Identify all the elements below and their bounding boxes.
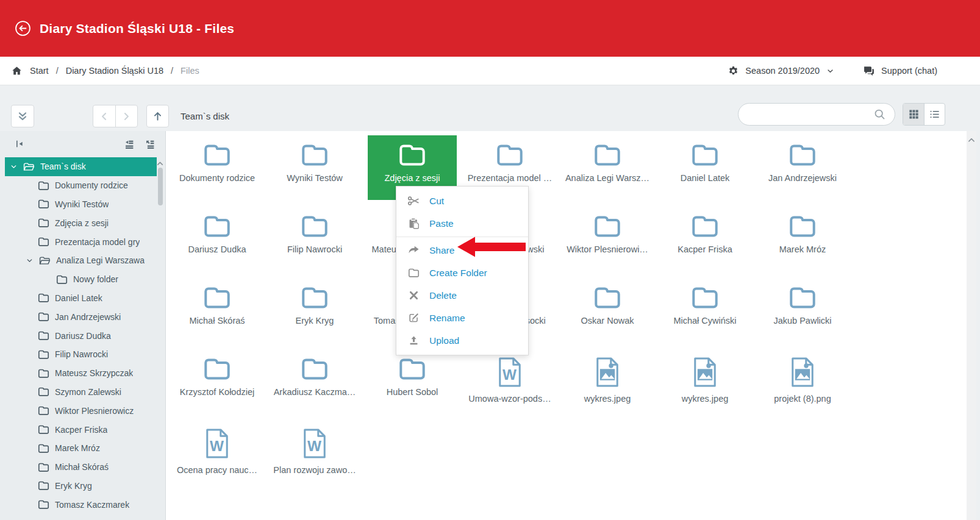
- folder-jan-andrzejewski[interactable]: Jan Andrzejewski: [758, 135, 847, 200]
- tree-item-szymon-zalewski[interactable]: Szymon Zalewski: [0, 383, 157, 402]
- menu-item-paste[interactable]: Paste: [396, 212, 528, 235]
- file-plan-rozwoju-zawo[interactable]: WPlan rozwoju zawo…: [270, 421, 359, 485]
- file-wykres-jpeg[interactable]: wykres.jpeg: [660, 349, 749, 414]
- folder-analiza-legi-warsz[interactable]: Analiza Legi Warsz…: [563, 135, 652, 200]
- word-doc-icon: W: [204, 428, 230, 459]
- tree-item-wyniki-testów[interactable]: Wyniki Testów: [0, 195, 157, 214]
- tree-expander-chevron-down-icon[interactable]: [26, 257, 34, 265]
- folder-icon: [203, 214, 231, 238]
- folder-michał-skóraś[interactable]: Michał Skóraś: [173, 278, 262, 343]
- search-input[interactable]: [748, 109, 873, 120]
- word-doc-icon: W: [302, 428, 327, 459]
- grid-view-icon: [908, 109, 920, 120]
- tree-item-analiza-legi-warszawa[interactable]: Analiza Legi Warszawa: [0, 251, 157, 270]
- folder-krzysztof-kołodziej[interactable]: Krzysztof Kołodziej: [173, 349, 262, 414]
- folder-hubert-sobol[interactable]: Hubert Sobol: [368, 349, 457, 414]
- back-icon[interactable]: [15, 20, 31, 37]
- menu-item-rename[interactable]: Rename: [396, 307, 528, 329]
- list-view-button[interactable]: [924, 104, 945, 125]
- back-nav-button[interactable]: [93, 105, 115, 127]
- tree-item-label: Michał Skóraś: [55, 462, 109, 472]
- file-ocena-pracy-nauc[interactable]: WOcena pracy nauc…: [173, 421, 262, 485]
- tree-item-daniel-latek[interactable]: Daniel Latek: [0, 289, 157, 308]
- collapse-all-icon[interactable]: [124, 139, 135, 150]
- file-umowa-wzor-pods[interactable]: WUmowa-wzor-pods…: [465, 349, 554, 414]
- main-scroll-up-icon[interactable]: [967, 136, 976, 144]
- folder-icon: [691, 143, 719, 167]
- file-projekt-8-png[interactable]: projekt (8).png: [758, 349, 847, 414]
- menu-item-upload[interactable]: Upload: [396, 329, 528, 352]
- file-wykres-jpeg[interactable]: wykres.jpeg: [563, 349, 652, 414]
- collapse-sidebar-icon[interactable]: [15, 139, 24, 149]
- folder-icon: [38, 480, 49, 491]
- tree-item-michał-skóraś[interactable]: Michał Skóraś: [0, 458, 157, 477]
- menu-item-cut[interactable]: Cut: [396, 190, 528, 212]
- tree-item-nowy-folder[interactable]: Nowy folder: [0, 270, 157, 289]
- expand-toolbar-button[interactable]: [11, 105, 34, 127]
- tree-item-kacper-friska[interactable]: Kacper Friska: [0, 420, 157, 439]
- tree-item-dariusz-dudka[interactable]: Dariusz Dudka: [0, 326, 157, 345]
- tree-item-wiktor-plesnierowicz[interactable]: Wiktor Plesnierowicz: [0, 401, 157, 420]
- folder-eryk-kryg[interactable]: Eryk Kryg: [270, 278, 359, 343]
- folder-filip-nawrocki[interactable]: Filip Nawrocki: [270, 207, 359, 271]
- menu-item-share[interactable]: Share: [396, 239, 528, 262]
- folder-michał-cywiński[interactable]: Michał Cywiński: [660, 278, 749, 343]
- folder-dariusz-dudka[interactable]: Dariusz Dudka: [173, 207, 262, 271]
- folder-dokumenty-rodzice[interactable]: Dokumenty rodzice: [173, 135, 262, 200]
- menu-item-label: Create Folder: [429, 268, 487, 279]
- breadcrumb-item-diary-stadion-śląski-u18[interactable]: Diary Stadion Śląski U18: [66, 66, 163, 76]
- tree-item-mateusz-skrzypczak[interactable]: Mateusz Skrzypczak: [0, 364, 157, 383]
- sidebar-scrollbar-thumb[interactable]: [158, 168, 163, 205]
- folder-icon: [301, 285, 329, 310]
- sidebar-scroll-up-icon[interactable]: [156, 160, 164, 168]
- tree-item-prezentacja-model-gry[interactable]: Prezentacja model gry: [0, 232, 157, 251]
- tree-header: [0, 131, 165, 157]
- folder-daniel-latek[interactable]: Daniel Latek: [660, 135, 749, 200]
- tree-item-dokumenty-rodzice[interactable]: Dokumenty rodzice: [0, 176, 157, 195]
- folder-kacper-friska[interactable]: Kacper Friska: [660, 207, 749, 271]
- folder-jakub-pawlicki[interactable]: Jakub Pawlicki: [758, 278, 847, 343]
- search-icon[interactable]: [873, 108, 886, 121]
- file-label: Jakub Pawlicki: [773, 316, 831, 326]
- up-folder-button[interactable]: [146, 105, 169, 127]
- main-scrollbar[interactable]: [967, 131, 976, 520]
- topbar-right: Season 2019/2020 Support (chat): [728, 65, 937, 77]
- tree-item-label: Eryk Kryg: [55, 481, 92, 491]
- folder-marek-mróz[interactable]: Marek Mróz: [758, 207, 847, 271]
- support-chat-button[interactable]: Support (chat): [863, 65, 937, 77]
- forward-nav-button[interactable]: [115, 105, 138, 127]
- tree-item-label: Filip Nawrocki: [55, 349, 108, 359]
- file-label: Kacper Friska: [678, 244, 732, 254]
- grid-view-button[interactable]: [903, 104, 924, 125]
- folder-icon: [691, 214, 719, 238]
- folder-icon: [496, 143, 524, 167]
- file-label: Dokumenty rodzice: [179, 173, 255, 183]
- tree-item-tomasz-kaczmarek[interactable]: Tomasz Kaczmarek: [0, 495, 157, 514]
- folder-wiktor-plesnierowi[interactable]: Wiktor Plesnierowi…: [563, 207, 652, 271]
- folder-oskar-nowak[interactable]: Oskar Nowak: [563, 278, 652, 343]
- folder-icon: [789, 285, 817, 310]
- folder-arkadiusz-kaczma[interactable]: Arkadiusz Kaczma…: [270, 349, 359, 414]
- breadcrumb-item-start[interactable]: Start: [30, 66, 49, 76]
- folder-wyniki-testów[interactable]: Wyniki Testów: [270, 135, 359, 200]
- file-label: Dariusz Dudka: [188, 244, 246, 254]
- word-doc-icon: W: [497, 357, 523, 388]
- tree-item-marek-mróz[interactable]: Marek Mróz: [0, 439, 157, 458]
- view-toggle: [903, 103, 945, 126]
- svg-text:W: W: [307, 438, 321, 454]
- menu-item-create-folder[interactable]: Create Folder: [396, 262, 528, 284]
- tree-item-jan-andrzejewski[interactable]: Jan Andrzejewski: [0, 307, 157, 326]
- home-icon[interactable]: [11, 65, 23, 77]
- tree-item-filip-nawrocki[interactable]: Filip Nawrocki: [0, 345, 157, 364]
- file-label: Analiza Legi Warsz…: [565, 173, 649, 183]
- expand-all-icon[interactable]: [145, 139, 156, 150]
- menu-item-delete[interactable]: Delete: [396, 284, 528, 307]
- arrow-up-icon: [151, 110, 164, 123]
- tree-expander-chevron-down-icon[interactable]: [10, 163, 18, 171]
- tree-item-zdjęcia-z-sesji[interactable]: Zdjęcia z sesji: [0, 213, 157, 232]
- tree-item-team-s-disk[interactable]: Team`s disk: [5, 157, 157, 176]
- paste-icon: [407, 218, 420, 229]
- season-selector[interactable]: Season 2019/2020: [728, 65, 835, 77]
- tree-item-eryk-kryg[interactable]: Eryk Kryg: [0, 477, 157, 496]
- list-view-icon: [929, 109, 940, 120]
